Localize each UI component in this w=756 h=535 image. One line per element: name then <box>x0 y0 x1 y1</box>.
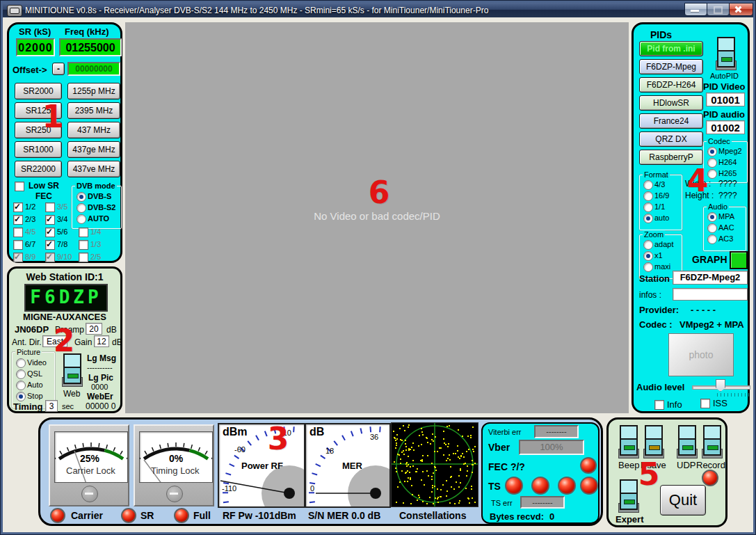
expert-toggle-switch[interactable] <box>618 479 638 513</box>
mer-unit: dB <box>309 426 324 438</box>
dsave-toggle-switch[interactable] <box>643 425 663 458</box>
timing-field[interactable]: 3 <box>45 400 58 412</box>
udp-toggle-switch[interactable] <box>677 425 696 458</box>
fec-4-5-label: 4/5 <box>25 227 35 236</box>
dvb-s-radio[interactable] <box>77 192 86 202</box>
picture-video-radio[interactable] <box>16 358 26 368</box>
low-sr-checkbox[interactable] <box>15 182 24 191</box>
fec-9-10-checkbox[interactable] <box>45 253 55 262</box>
gain-field[interactable]: 12 <box>94 335 109 347</box>
timing-lock-adjust-knob[interactable] <box>166 486 183 502</box>
codec-h264-radio[interactable] <box>707 158 717 168</box>
beep-toggle-switch[interactable] <box>618 425 638 458</box>
dvb-s2-label: DVB-S2 <box>88 203 115 211</box>
autopid-label: AutoPID <box>710 72 739 80</box>
format-16-9-radio[interactable] <box>643 191 653 201</box>
fec-2-3-checkbox[interactable] <box>13 215 23 225</box>
ts-label: TS <box>488 481 501 492</box>
viterbi-label: Viterbi err <box>488 428 521 436</box>
fec-6-7-checkbox[interactable] <box>13 240 23 250</box>
station-field[interactable]: F6DZP-Mpeg2 <box>673 271 748 285</box>
fec-2-5-checkbox[interactable] <box>79 253 88 262</box>
graph-indicator[interactable] <box>730 251 748 269</box>
fec-1-2-checkbox[interactable] <box>13 202 23 212</box>
infos-field[interactable] <box>673 288 748 301</box>
audio-level-slider-thumb[interactable] <box>716 379 725 392</box>
zoom-adapt-radio[interactable] <box>643 240 653 250</box>
audio-aac-label: AAC <box>718 223 734 232</box>
sr-preset-button-4[interactable]: SR1000 <box>15 141 62 158</box>
dvb-s2-radio[interactable] <box>77 203 86 213</box>
timing-lock-value: 0% <box>169 453 183 464</box>
fec-8-9-checkbox[interactable] <box>13 253 23 262</box>
fec-5-6-checkbox[interactable] <box>45 227 55 237</box>
format-auto-radio[interactable] <box>643 214 653 223</box>
dvb-auto-radio[interactable] <box>77 214 86 224</box>
audio-mpa-radio[interactable] <box>707 212 717 222</box>
offset-display[interactable]: 00000000 <box>67 62 120 76</box>
codec-h265-radio[interactable] <box>707 169 717 179</box>
pid-preset-button-ini[interactable]: Pid from .ini <box>639 41 703 56</box>
format-4-3-radio[interactable] <box>643 180 653 190</box>
fec-1-4-checkbox[interactable] <box>79 227 88 237</box>
picture-stop-radio[interactable] <box>16 392 26 401</box>
quit-button[interactable]: Quit <box>660 485 706 516</box>
sr-preset-button-1[interactable]: SR2000 <box>15 83 62 99</box>
fec-3-5-checkbox[interactable] <box>45 202 55 212</box>
zoom-adapt-label: adapt <box>654 240 674 248</box>
annotation-1: 1 <box>42 99 64 134</box>
mer-tick-low: 0 <box>310 484 314 493</box>
maximize-button[interactable] <box>707 3 730 16</box>
freq-preset-button-2[interactable]: 2395 MHz <box>67 102 120 119</box>
pid-preset-button-f6dzp-mpeg[interactable]: F6DZP-Mpeg <box>639 59 703 74</box>
sr-display[interactable]: 02000 <box>16 38 55 56</box>
autopid-toggle-switch[interactable] <box>716 37 735 70</box>
fec-4-5-checkbox[interactable] <box>13 227 23 237</box>
preamp-field[interactable]: 20 <box>86 323 102 335</box>
audio-level-ticks <box>717 393 750 397</box>
power-rf-tick-low: -110 <box>222 484 236 493</box>
freq-preset-button-1[interactable]: 1255p MHz <box>67 83 120 99</box>
pid-preset-button-hdlowsr[interactable]: HDlowSR <box>639 95 703 111</box>
pid-video-field[interactable]: 01001 <box>706 93 745 106</box>
freq-display[interactable]: 01255000 <box>59 38 122 56</box>
audio-aac-radio[interactable] <box>707 223 717 233</box>
picture-qsl-radio[interactable] <box>16 369 26 379</box>
pid-audio-field[interactable]: 01002 <box>706 120 745 134</box>
fec-3-4-checkbox[interactable] <box>45 215 55 225</box>
iss-checkbox[interactable] <box>700 399 710 408</box>
link-status-panel: Viterbi err -------- Vber 100% FEC ?/? T… <box>481 422 600 524</box>
audio-ac3-radio[interactable] <box>707 234 717 244</box>
info-checkbox[interactable] <box>654 400 664 410</box>
zoom-x1-radio[interactable] <box>643 251 653 261</box>
full-led-label: Full <box>193 510 211 521</box>
carrier-lock-adjust-knob[interactable] <box>81 486 98 502</box>
beep-label: Beep <box>618 460 639 470</box>
sr-led <box>121 508 136 523</box>
picture-auto-radio[interactable] <box>16 381 26 390</box>
freq-preset-button-5[interactable]: 437ve MHz <box>67 161 120 177</box>
freq-preset-button-3[interactable]: 437 MHz <box>67 122 120 138</box>
pid-preset-button-france24[interactable]: France24 <box>639 113 703 129</box>
freq-preset-button-4[interactable]: 437ge MHz <box>67 141 120 158</box>
picture-qsl-label: QSL <box>27 369 42 378</box>
ant-dir-label: Ant. Dir. <box>12 337 42 347</box>
photo-button[interactable]: photo <box>668 333 734 376</box>
fec-1-3-checkbox[interactable] <box>79 240 88 250</box>
pid-preset-button-qrzdx[interactable]: QRZ DX <box>639 131 703 147</box>
sr-preset-button-5[interactable]: SR22000 <box>15 161 62 177</box>
pid-preset-button-f6dzp-h264[interactable]: F6DZP-H264 <box>639 77 703 93</box>
codec-mpeg2-radio[interactable] <box>707 147 717 157</box>
meter-panel: 25% Carrier Lock 0% Timing Lock <box>38 417 603 526</box>
close-button[interactable] <box>729 3 753 16</box>
record-toggle-switch[interactable] <box>702 425 721 458</box>
fec-7-8-checkbox[interactable] <box>45 240 55 250</box>
web-toggle-switch[interactable] <box>62 353 81 387</box>
format-1-1-radio[interactable] <box>643 202 653 212</box>
gain-unit: dB <box>112 337 122 347</box>
controls-panel: Beep Dsave UDP Record Expert Quit <box>606 417 727 527</box>
minimize-button[interactable] <box>684 3 707 16</box>
title-bar[interactable]: MINITIOUNE v0.8s - Receiver/Analyser DVB… <box>3 3 753 17</box>
offset-minus-button[interactable]: - <box>52 63 65 75</box>
zoom-maxi-radio[interactable] <box>643 262 653 272</box>
